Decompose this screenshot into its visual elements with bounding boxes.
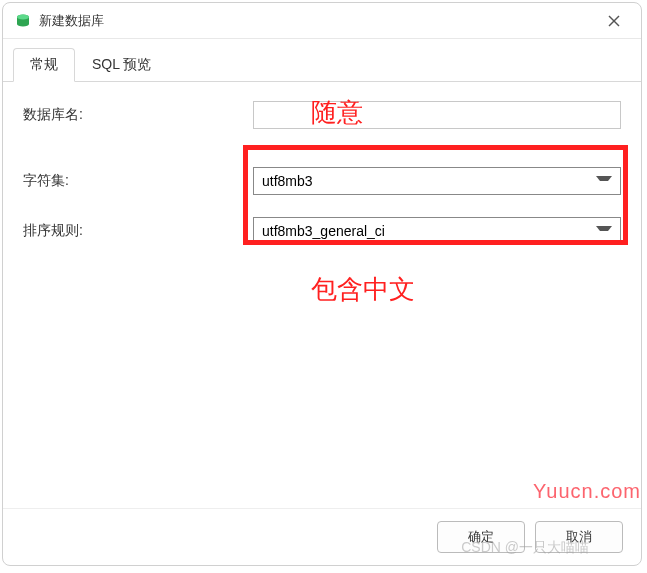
select-collation-value: utf8mb3_general_ci (262, 223, 385, 239)
row-database-name: 数据库名: (23, 100, 621, 130)
tab-sql-preview[interactable]: SQL 预览 (75, 48, 168, 82)
window-title: 新建数据库 (39, 12, 599, 30)
tab-label: 常规 (30, 56, 58, 72)
select-collation[interactable]: utf8mb3_general_ci (253, 217, 621, 245)
titlebar: 新建数据库 (3, 3, 641, 39)
select-charset-value: utf8mb3 (262, 173, 313, 189)
footer: 确定 取消 (3, 508, 641, 565)
content-area: 数据库名: 字符集: utf8mb3 排序规则: utf8mb3_general… (3, 82, 641, 508)
row-collation: 排序规则: utf8mb3_general_ci (23, 216, 621, 246)
input-database-name[interactable] (253, 101, 621, 129)
select-charset[interactable]: utf8mb3 (253, 167, 621, 195)
cancel-button[interactable]: 取消 (535, 521, 623, 553)
cancel-button-label: 取消 (566, 528, 592, 546)
tab-bar: 常规 SQL 预览 (3, 39, 641, 82)
tab-label: SQL 预览 (92, 56, 151, 72)
close-icon (608, 15, 620, 27)
svg-point-1 (17, 14, 29, 19)
database-icon (15, 13, 31, 29)
row-charset: 字符集: utf8mb3 (23, 166, 621, 196)
annotation-contains-chinese: 包含中文 (311, 272, 415, 307)
close-button[interactable] (599, 6, 629, 36)
label-database-name: 数据库名: (23, 106, 253, 124)
ok-button-label: 确定 (468, 528, 494, 546)
ok-button[interactable]: 确定 (437, 521, 525, 553)
label-charset: 字符集: (23, 172, 253, 190)
label-collation: 排序规则: (23, 222, 253, 240)
tab-general[interactable]: 常规 (13, 48, 75, 82)
dialog-window: 新建数据库 常规 SQL 预览 数据库名: 字符集: utf8mb3 (2, 2, 642, 566)
